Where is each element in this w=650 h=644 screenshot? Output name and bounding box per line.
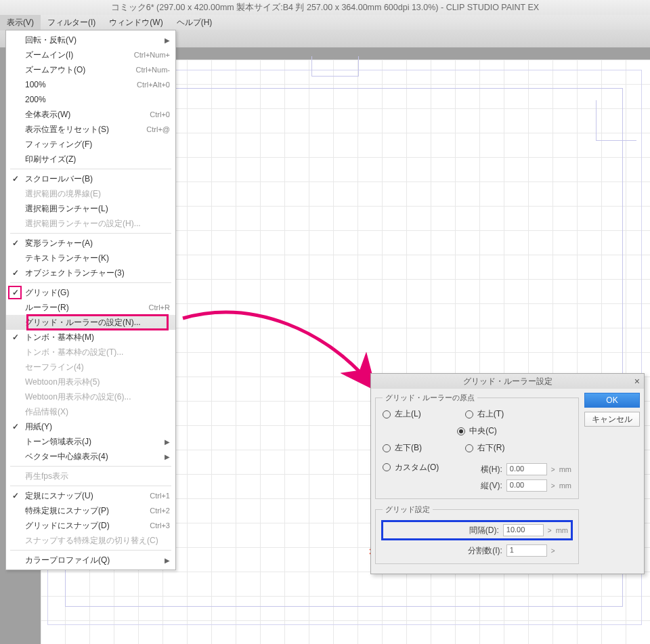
radio-top-right[interactable]: 右上(T) [465,408,571,420]
mi-grid[interactable]: ✓グリッド(G) [6,285,175,300]
mi-snap-ruler[interactable]: ✓定規にスナップ(U)Ctrl+1 [6,488,175,503]
mi-sel-border: 選択範囲の境界線(E) [6,186,175,201]
mi-zoom-in[interactable]: ズームイン(I)Ctrl+Num+ [6,47,175,62]
spin-icon[interactable]: > [551,482,555,490]
div-label: 分割数(I): [468,545,502,557]
mi-grid-ruler-settings[interactable]: グリッド・ルーラーの設定(N)... [6,315,175,330]
mi-rotate-flip[interactable]: 回転・反転(V)▶ [6,33,175,47]
div-input[interactable]: 1 [506,544,547,557]
origin-h-label: 横(H): [465,464,502,475]
gap-input[interactable]: 10.00 [503,524,544,536]
origin-v-input[interactable]: 0.00 [506,479,547,492]
mi-print-size[interactable]: 印刷サイズ(Z) [6,152,175,167]
ok-button[interactable]: OK [584,393,640,408]
radio-bottom-right[interactable]: 右下(R) [465,442,571,454]
menu-window[interactable]: ウィンドウ(W) [102,15,169,30]
spin-icon[interactable]: > [551,466,555,473]
mi-object-launcher[interactable]: ✓オブジェクトランチャー(3) [6,265,175,280]
menu-filter[interactable]: フィルター(I) [41,15,102,30]
dialog-close-icon[interactable]: × [634,376,640,387]
mi-crop-settings: トンボ・基本枠の設定(T)... [6,345,175,360]
mi-ruler[interactable]: ルーラー(R)Ctrl+R [6,300,175,315]
crop-mark-top [311,56,359,77]
menu-help[interactable]: ヘルプ(H) [170,15,219,30]
mi-snap-switch: スナップする特殊定規の切り替え(C) [6,533,175,548]
view-menu-dropdown: 回転・反転(V)▶ ズームイン(I)Ctrl+Num+ ズームアウト(O)Ctr… [5,30,176,570]
radio-top-left[interactable]: 左上(L) [383,408,453,420]
mi-safeline: セーフライン(4) [6,360,175,374]
mi-transform-launcher[interactable]: ✓変形ランチャー(A) [6,236,175,251]
mi-sel-launcher[interactable]: 選択範囲ランチャー(L) [6,201,175,216]
grid-ruler-settings-dialog: グリッド・ルーラー設定 × グリッド・ルーラーの原点 左上(L) 右上(T) 中… [370,373,645,574]
mi-crop[interactable]: ✓トンボ・基本枠(M) [6,330,175,345]
mi-paper[interactable]: ✓用紙(Y) [6,419,175,434]
origin-v-unit: mm [559,481,571,490]
mi-color-profile[interactable]: カラープロファイル(Q)▶ [6,553,175,567]
crop-mark-right [596,100,636,141]
origin-h-input[interactable]: 0.00 [506,463,547,475]
origin-h-unit: mm [559,465,571,473]
mi-webtoon-frame-settings: Webtoon用表示枠の設定(6)... [6,389,175,404]
radio-center[interactable]: 中央(C) [383,425,571,437]
mi-sel-launcher-settings: 選択範囲ランチャーの設定(H)... [6,216,175,231]
mi-text-launcher[interactable]: テキストランチャー(K) [6,251,175,265]
mi-webtoon-frame: Webtoon用表示枠(5) [6,374,175,389]
mi-reset-pos[interactable]: 表示位置をリセット(S)Ctrl+@ [6,122,175,137]
mi-vector-center[interactable]: ベクター中心線表示(4)▶ [6,449,175,464]
mi-zoom-200[interactable]: 200% [6,92,175,107]
dialog-title: グリッド・ルーラー設定 × [371,374,644,389]
origin-v-label: 縦(V): [465,480,502,492]
radio-custom[interactable]: カスタム(O) [383,459,453,475]
origin-group: グリッド・ルーラーの原点 左上(L) 右上(T) 中央(C) 左下(B) 右下(… [375,393,579,499]
grid-settings-legend: グリッド設定 [383,505,433,515]
mi-fitting[interactable]: フィッティング(F) [6,137,175,152]
window-title: コミック6* (297.00 x 420.00mm 製本サイズ:B4 判 257… [0,0,650,15]
gap-unit: mm [556,526,568,534]
mi-zoom-100[interactable]: 100%Ctrl+Alt+0 [6,77,175,92]
menubar: 表示(V) フィルター(I) ウィンドウ(W) ヘルプ(H) [0,15,650,30]
mi-fit-all[interactable]: 全体表示(W)Ctrl+0 [6,107,175,122]
radio-bottom-left[interactable]: 左下(B) [383,442,453,454]
mi-tone-area[interactable]: トーン領域表示(J)▶ [6,434,175,449]
gap-row-highlight: 間隔(D): 10.00 > mm [381,520,573,540]
mi-snap-grid[interactable]: グリッドにスナップ(D)Ctrl+3 [6,518,175,533]
origin-legend: グリッド・ルーラーの原点 [383,393,477,403]
mi-zoom-out[interactable]: ズームアウト(O)Ctrl+Num- [6,62,175,77]
cancel-button[interactable]: キャンセル [584,412,640,427]
grid-settings-group: グリッド設定 間隔(D): 10.00 > mm 分割数(I): 1 > mm [375,505,579,564]
gap-label: 間隔(D): [469,525,499,536]
mi-snap-special[interactable]: 特殊定規にスナップ(P)Ctrl+2 [6,503,175,518]
spin-icon[interactable]: > [548,527,552,534]
mi-work-info: 作品情報(X) [6,404,175,419]
menu-view[interactable]: 表示(V) [0,15,41,30]
mi-playback-fps: 再生fps表示 [6,469,175,484]
mi-scrollbar[interactable]: ✓スクロールバー(B) [6,171,175,186]
spin-icon[interactable]: > [551,547,555,555]
